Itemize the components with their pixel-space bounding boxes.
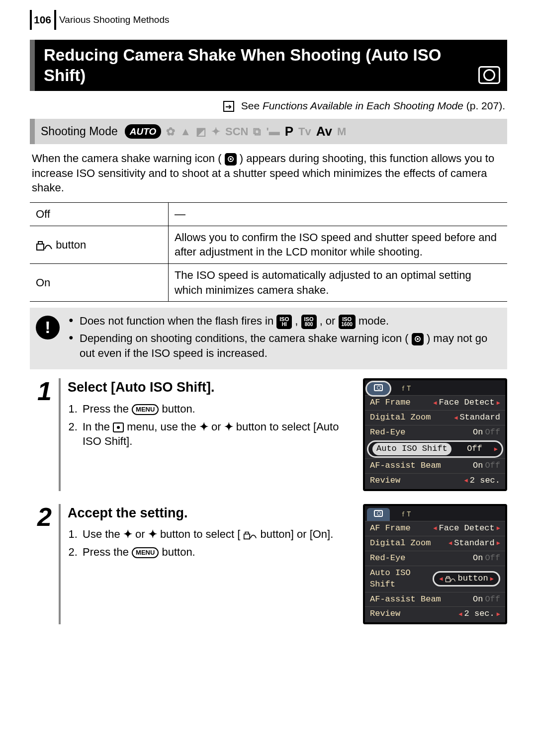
see-link-text: Functions Available in Each Shooting Mod… — [263, 100, 463, 111]
lcd-row: Digital Zoom ◀Standard▶ — [365, 536, 505, 551]
step-divider — [59, 378, 61, 491]
step-title: Select [Auto ISO Shift]. — [68, 378, 355, 396]
step-substeps: Press the MENU button. In the menu, use … — [68, 402, 355, 449]
camera-icon — [478, 66, 500, 84]
iso-hi-icon: ISOHI — [276, 315, 292, 329]
warning-item: Depending on shooting conditions, the ca… — [69, 331, 499, 360]
option-label: button — [30, 226, 168, 263]
mode-kids-icon: ✦ — [211, 124, 220, 139]
right-arrow-icon: ✦ — [148, 528, 157, 540]
substep: Use the ✦ or ✦ button to select [ button… — [81, 527, 355, 542]
mode-stitch-icon: ⧉ — [253, 124, 261, 139]
mode-landscape-icon: ▲ — [180, 124, 191, 139]
step-2: 2 Accept the setting. Use the ✦ or ✦ but… — [30, 504, 507, 624]
lcd-row-highlighted: Auto ISO Shift Off▶ — [367, 440, 503, 458]
option-desc: Allows you to confirm the ISO speed and … — [168, 226, 507, 263]
step-divider — [59, 504, 61, 624]
warning-icon: ! — [36, 316, 60, 339]
substep: Press the MENU button. — [81, 545, 355, 560]
lcd-row: Red-Eye On Off — [365, 425, 505, 440]
table-row: On The ISO speed is automatically adjust… — [30, 264, 507, 302]
step-number: 1 — [30, 378, 52, 491]
lcd-row: AF Frame ◀Face Detect▶ — [365, 395, 505, 410]
lcd-tab-tools: ｆT — [393, 382, 418, 395]
table-row: button Allows you to confirm the ISO spe… — [30, 226, 507, 263]
table-row: Off — — [30, 203, 507, 226]
step-substeps: Use the ✦ or ✦ button to select [ button… — [68, 527, 355, 559]
lcd-screenshot: ｆT AF Frame ◀Face Detect▶ Digital Zoom ◀… — [363, 504, 507, 624]
breadcrumb: Various Shooting Methods — [54, 13, 169, 26]
lcd-row: Review ◀2 sec. — [365, 473, 505, 488]
section-title-text: Reducing Camera Shake When Shooting (Aut… — [44, 45, 478, 86]
mode-scn-icon: SCN — [225, 124, 248, 139]
intro-paragraph: When the camera shake warning icon ( ) a… — [32, 151, 505, 195]
menu-button-icon: MENU — [132, 404, 159, 415]
camera-shake-icon — [225, 153, 237, 166]
option-desc: — — [168, 203, 507, 226]
print-share-icon — [445, 576, 456, 583]
mode-av-icon: Av — [316, 123, 332, 140]
warning-box: ! Does not function when the flash fires… — [30, 308, 507, 369]
mode-auto-icon: AUTO — [125, 124, 161, 139]
rec-menu-icon — [113, 422, 124, 432]
section-title: Reducing Camera Shake When Shooting (Aut… — [30, 40, 507, 91]
shooting-mode-icons: AUTO ✿ ▲ ◩ ✦ SCN ⧉ '▬ P Tv Av M — [125, 123, 501, 140]
options-table: Off — button Allows you to confirm the I… — [30, 202, 507, 302]
option-label: Off — [30, 203, 168, 226]
iso-1600-icon: ISO1600 — [339, 315, 356, 329]
step-title: Accept the setting. — [68, 504, 355, 522]
mode-p-icon: P — [285, 123, 293, 140]
print-share-icon — [36, 240, 53, 251]
lcd-tabs: ｆT — [365, 380, 505, 395]
left-arrow-icon: ✦ — [123, 528, 132, 540]
iso-800-icon: ISO800 — [301, 315, 317, 329]
lcd-row: AF Frame ◀Face Detect▶ — [365, 521, 505, 536]
lcd-row: Review ◀2 sec.▶ — [365, 606, 505, 621]
mode-night-icon: ◩ — [196, 124, 206, 139]
menu-button-icon: MENU — [132, 547, 159, 558]
down-arrow-icon: ✦ — [224, 420, 233, 433]
mode-tv-icon: Tv — [298, 124, 311, 139]
shooting-mode-label: Shooting Mode — [41, 124, 118, 139]
step-number: 2 — [30, 504, 52, 624]
mode-movie-icon: '▬ — [266, 124, 279, 139]
lcd-tab-camera — [367, 508, 390, 521]
lcd-screenshot: ｆT AF Frame ◀Face Detect▶ Digital Zoom ◀… — [363, 378, 507, 491]
lcd-row: Red-Eye On Off — [365, 551, 505, 566]
step-1: 1 Select [Auto ISO Shift]. Press the MEN… — [30, 378, 507, 491]
mode-portrait-icon: ✿ — [166, 124, 175, 139]
lcd-row-highlighted: Auto ISO Shift ◀ button▶ — [365, 566, 505, 592]
shooting-mode-bar: Shooting Mode AUTO ✿ ▲ ◩ ✦ SCN ⧉ '▬ P Tv… — [30, 119, 507, 144]
mode-m-icon: M — [337, 124, 346, 139]
print-share-icon — [243, 531, 257, 540]
lcd-row: AF-assist Beam On Off — [365, 592, 505, 607]
substep: In the menu, use the ✦ or ✦ button to se… — [81, 420, 355, 449]
substep: Press the MENU button. — [81, 402, 355, 417]
see-prefix: See — [241, 100, 263, 111]
option-desc: The ISO speed is automatically adjusted … — [168, 264, 507, 302]
see-page-ref: (p. 207). — [466, 100, 505, 111]
option-label: On — [30, 264, 168, 302]
lcd-tabs: ｆT — [365, 506, 505, 521]
link-arrow-icon — [223, 101, 234, 112]
lcd-tab-tools: ｆT — [393, 508, 418, 521]
camera-shake-icon — [412, 333, 424, 345]
lcd-row: AF-assist Beam On Off — [365, 458, 505, 473]
lcd-row: Digital Zoom ◀Standard — [365, 410, 505, 425]
warning-list: Does not function when the flash fires i… — [69, 314, 499, 362]
warning-item: Does not function when the flash fires i… — [69, 314, 499, 329]
see-reference: See Functions Available in Each Shooting… — [30, 96, 507, 119]
page-header: 106 Various Shooting Methods — [30, 10, 507, 30]
up-arrow-icon: ✦ — [199, 420, 208, 433]
lcd-tab-camera — [367, 382, 390, 395]
page-number: 106 — [32, 13, 54, 27]
